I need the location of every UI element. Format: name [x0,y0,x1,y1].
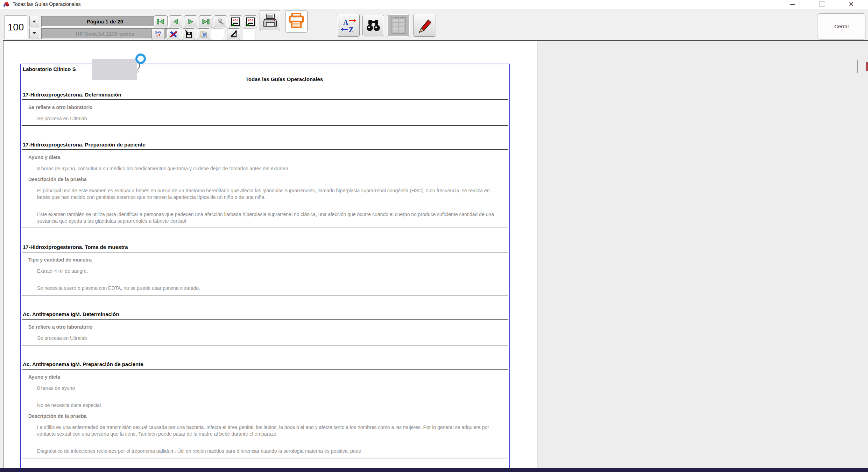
save-floppy-icon [184,30,193,38]
binoculars-icon [366,19,381,33]
maximize-icon[interactable] [819,1,825,7]
printer-name-label: HP DeskJet 2130 series [41,28,169,39]
copy-documents-icon [199,30,208,38]
formula-button[interactable]: x+y =? [151,28,165,40]
window-title: Todas las Guías Operacionales [13,1,81,7]
app-icon [3,1,10,8]
search-button[interactable] [362,15,384,36]
first-page-button[interactable] [154,15,167,28]
svg-text:A: A [343,19,348,26]
report-sections: 17-Hidroxiprogesterona. DeterminaciónSe … [21,92,509,458]
printer-color-icon [288,13,305,30]
section-subheading: Se refiere a otro laboratorio [21,105,509,110]
last-page-button[interactable] [199,15,212,28]
section-subheading: Descripción de la prueba [21,177,509,182]
svg-text:Z: Z [349,26,353,34]
next-page-icon [187,19,194,25]
edit-button[interactable] [413,14,436,37]
section-heading: 17-Hidroxiprogesterona. Toma de muestra [21,244,509,250]
next-page-button[interactable] [184,15,197,28]
section-rule [22,319,508,320]
section-rule [22,458,508,458]
copy-button[interactable] [197,28,210,40]
print-color-button[interactable] [285,10,308,33]
excel-x-icon [169,30,178,38]
report-preview-window: { "window": { "title": "Todas las Guías … [0,0,868,472]
section-subheading: Descripción de la prueba [21,413,509,419]
section-heading: Ac. Antitreponema IgM. Preparación de pa… [21,361,509,367]
section-subheading: Se refiere a otro laboratorio [21,324,509,330]
cerrar-button[interactable]: Cerrar [818,13,866,40]
section-heading: Ac. Antitreponema IgM. Determinación [21,311,509,317]
titlebar: Todas las Guías Operacionales ✕ [0,0,868,9]
report-section: Ac. Antitreponema IgM. Preparación de pa… [21,361,509,458]
grid-icon [390,16,407,35]
section-subheading: Ayuno y dieta [21,374,509,380]
minimize-icon[interactable] [790,4,795,5]
section-rule [22,369,508,370]
section-text: Diagnóstico de infecciones recientes por… [21,448,497,455]
close-icon[interactable]: ✕ [847,0,856,8]
grid-view-button[interactable] [387,14,410,37]
section-rule [22,149,508,150]
pencil-icon [416,17,433,34]
zoom-decrease-button[interactable] [29,28,39,39]
export-ext-button-1[interactable]: EXT [229,15,242,28]
first-page-icon [156,19,165,25]
pin-preview-button[interactable] [214,15,227,28]
previous-page-button[interactable] [169,15,182,28]
section-text: Se necesita suero o plasma con EDTA, no … [21,285,497,292]
section-subheading: Tipo y cantidad de muestra [21,257,509,263]
measure-button[interactable] [227,28,240,40]
export-printer-icon: EXT [246,17,255,26]
section-rule [22,99,508,100]
preview-content-area: Laboratorio Clínico S Todas las Guías Op… [3,40,868,469]
previous-page-icon [172,19,179,25]
section-text: Extraer 4 ml de sangre. [21,268,497,274]
export-excel-button[interactable] [167,28,180,40]
report-section: Ac. Antitreponema IgM. DeterminaciónSe r… [21,311,509,345]
redaction-box [92,59,137,80]
section-text: No se necesita dieta especial [21,402,497,409]
printer-bw-icon [263,13,277,28]
section-text: 8 horas de ayuno [21,385,497,392]
zoom-increase-button[interactable] [29,16,39,27]
section-rule [22,295,508,295]
signature-flourish [136,63,142,73]
toolbar: 100 Página 1 de 20 HP DeskJet 2130 serie… [0,9,868,40]
svg-text:EXT: EXT [233,18,238,21]
export-printer-icon: EXT [231,17,240,26]
side-panel [537,41,868,469]
scrollbar-thumb[interactable] [857,60,858,73]
sort-button[interactable]: A Z [337,14,360,37]
section-heading: 17-Hidroxiprogesterona. Determinación [21,92,509,98]
edge-marker [866,62,868,71]
blank-button-2[interactable] [242,28,255,40]
save-button[interactable] [182,28,195,40]
formula-icon: x+y =? [155,31,161,38]
page-indicator: Página 1 de 20 [41,16,169,27]
blank-button-1[interactable] [211,28,224,40]
section-rule [22,252,508,252]
print-bw-button[interactable] [260,10,280,31]
export-ext-button-2[interactable]: EXT [244,15,257,28]
report-section: 17-Hidroxiprogesterona. DeterminaciónSe … [21,92,509,126]
section-text: Se procesa en Ultralab [21,115,497,122]
zoom-value-input[interactable]: 100 [4,15,27,39]
section-rule [22,345,508,345]
section-text: El principal uso de este examen es evalu… [21,187,497,201]
report-section: 17-Hidroxiprogesterona. Preparación de p… [21,142,509,228]
section-text: 8 horas de ayuno, consultar a su médico … [21,165,497,172]
cursor-ring-marker [135,53,146,64]
section-text: La sífilis es una enfermedad de transmis… [21,424,497,437]
bottom-bar [0,468,868,472]
section-text: Este examen también se utiliza para iden… [21,211,497,224]
pin-icon [217,18,224,26]
last-page-icon [202,19,210,25]
section-text: Se procesa en Ultralab [21,335,497,342]
section-heading: 17-Hidroxiprogesterona. Preparación de p… [21,142,509,148]
report-section: 17-Hidroxiprogesterona. Toma de muestraT… [21,244,509,295]
section-rule [22,228,508,228]
sort-az-icon: A Z [340,17,357,34]
section-rule [22,125,508,126]
